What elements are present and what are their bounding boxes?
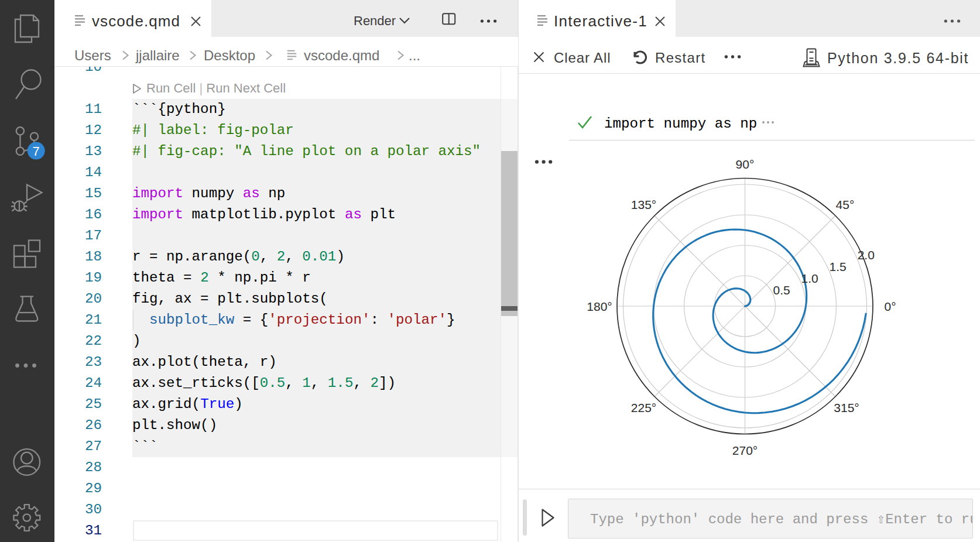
svg-text:7: 7 — [33, 144, 40, 159]
svg-text:180°: 180° — [587, 300, 612, 313]
svg-text:90°: 90° — [736, 157, 755, 171]
svg-text:0°: 0° — [884, 300, 896, 313]
svg-text:2.0: 2.0 — [858, 248, 875, 262]
svg-text:225°: 225° — [631, 401, 656, 414]
svg-text:1.5: 1.5 — [830, 260, 847, 273]
svg-text:1.0: 1.0 — [801, 272, 818, 285]
svg-text:315°: 315° — [834, 401, 859, 414]
svg-text:135°: 135° — [631, 198, 656, 211]
svg-text:45°: 45° — [836, 198, 855, 211]
svg-text:270°: 270° — [732, 444, 758, 457]
svg-text:0.5: 0.5 — [773, 283, 790, 297]
